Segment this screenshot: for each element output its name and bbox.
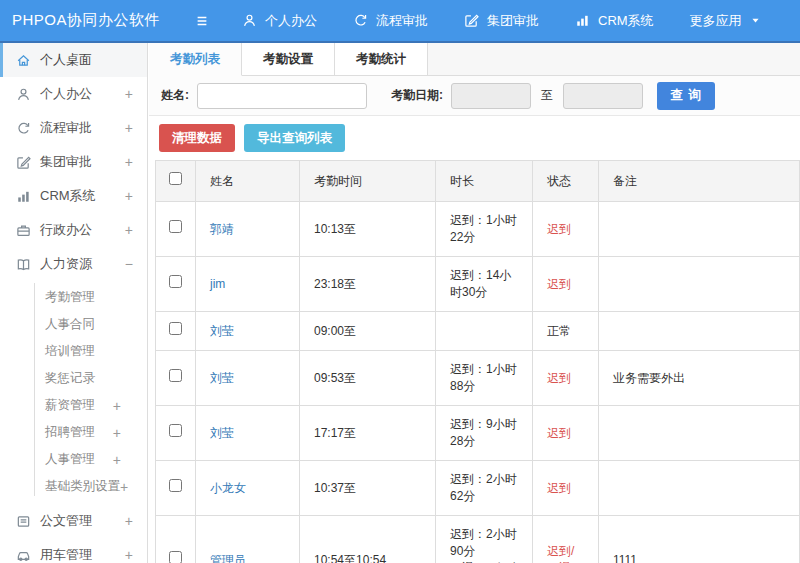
- sidebar-subitem-personnel-mgmt[interactable]: 人事管理 +: [0, 446, 147, 473]
- col-header-remark: 备注: [599, 161, 800, 202]
- expand-plus-icon[interactable]: +: [125, 547, 133, 563]
- attendance-time-cell: 10:37至: [300, 461, 436, 516]
- row-checkbox[interactable]: [169, 369, 182, 382]
- col-header-status: 状态: [533, 161, 599, 202]
- sidebar-item-personal-desktop[interactable]: 个人桌面: [0, 43, 147, 77]
- tab-attendance-stats[interactable]: 考勤统计: [335, 43, 428, 75]
- export-list-button[interactable]: 导出查询列表: [244, 124, 345, 152]
- expand-plus-icon[interactable]: +: [113, 398, 121, 414]
- employee-name-link[interactable]: 小龙女: [210, 481, 246, 495]
- user-icon: [16, 87, 31, 102]
- expand-plus-icon[interactable]: +: [120, 479, 128, 495]
- sidebar-subitem-base-category-settings[interactable]: 基础类别设置 +: [0, 473, 147, 500]
- sidebar-item-label: 公文管理: [40, 512, 125, 530]
- top-nav-group-approval[interactable]: 集团审批: [464, 12, 539, 30]
- sidebar-item-label: 集团审批: [40, 153, 125, 171]
- status-cell: 迟到: [533, 351, 599, 406]
- attendance-time-cell: 09:00至: [300, 312, 436, 351]
- sidebar-item-label: 人力资源: [40, 255, 125, 273]
- table-row: 刘莹 09:00至 正常: [156, 312, 800, 351]
- sidebar-item-workflow-approval[interactable]: 流程审批 +: [0, 111, 147, 145]
- top-nav-more-apps[interactable]: 更多应用: [690, 12, 761, 30]
- top-nav-item-label: 流程审批: [376, 12, 428, 30]
- expand-plus-icon[interactable]: +: [125, 154, 133, 170]
- row-checkbox[interactable]: [169, 275, 182, 288]
- employee-name-link[interactable]: 管理员: [210, 553, 246, 563]
- duration-cell: 迟到：2小时90分早退：7小时10分: [436, 516, 533, 563]
- attendance-time-cell: 23:18至: [300, 257, 436, 312]
- top-header: PHPOA协同办公软件 个人办公 流程审批 集团审批 CRM系统 更多应用: [0, 0, 800, 43]
- flow-icon: [353, 13, 368, 28]
- sidebar-subitem-reward-punishment[interactable]: 奖惩记录: [0, 365, 147, 392]
- table-row: 郭靖 10:13至 迟到：1小时22分 迟到: [156, 202, 800, 257]
- collapse-minus-icon[interactable]: −: [125, 256, 133, 272]
- top-nav-crm-system[interactable]: CRM系统: [575, 12, 654, 30]
- sidebar-subitem-recruitment-mgmt[interactable]: 招聘管理 +: [0, 419, 147, 446]
- expand-plus-icon[interactable]: +: [113, 452, 121, 468]
- expand-plus-icon[interactable]: +: [113, 425, 121, 441]
- remark-cell: [599, 461, 800, 516]
- employee-name-link[interactable]: 郭靖: [210, 222, 234, 236]
- table-row: jim 23:18至 迟到：14小时30分 迟到: [156, 257, 800, 312]
- expand-plus-icon[interactable]: +: [125, 188, 133, 204]
- doc-icon: [16, 514, 31, 529]
- status-cell: 迟到/早退: [533, 516, 599, 563]
- date-to-input[interactable]: [563, 83, 643, 109]
- sidebar-item-label: 流程审批: [40, 119, 125, 137]
- sidebar-item-admin-office[interactable]: 行政办公 +: [0, 213, 147, 247]
- duration-cell: 迟到：2小时62分: [436, 461, 533, 516]
- table-row: 管理员 10:54至10:54 迟到：2小时90分早退：7小时10分 迟到/早退…: [156, 516, 800, 563]
- table-header-row: 姓名 考勤时间 时长 状态 备注: [156, 161, 800, 202]
- status-cell: 迟到: [533, 406, 599, 461]
- employee-name-link[interactable]: jim: [210, 277, 225, 291]
- tab-attendance-list[interactable]: 考勤列表: [149, 43, 242, 76]
- table-wrap: 姓名 考勤时间 时长 状态 备注 郭靖 10:13至 迟到：1小时22分 迟到 …: [149, 160, 800, 563]
- sidebar-subitem-attendance-mgmt[interactable]: 考勤管理: [0, 284, 147, 311]
- row-checkbox[interactable]: [169, 551, 182, 563]
- name-filter-label: 姓名:: [161, 87, 189, 104]
- tab-attendance-settings[interactable]: 考勤设置: [242, 43, 335, 75]
- sidebar-item-personal-office[interactable]: 个人办公 +: [0, 77, 147, 111]
- car-icon: [16, 548, 31, 563]
- sidebar-subitem-hr-contract[interactable]: 人事合同: [0, 311, 147, 338]
- edit-icon: [16, 155, 31, 170]
- sidebar-item-label: 个人桌面: [40, 51, 133, 69]
- expand-plus-icon[interactable]: +: [125, 513, 133, 529]
- top-nav-personal-office[interactable]: 个人办公: [242, 12, 317, 30]
- expand-plus-icon[interactable]: +: [125, 222, 133, 238]
- sidebar-item-crm-system[interactable]: CRM系统 +: [0, 179, 147, 213]
- date-range-to-label: 至: [541, 87, 553, 104]
- sidebar-item-group-approval[interactable]: 集团审批 +: [0, 145, 147, 179]
- name-filter-input[interactable]: [197, 83, 367, 109]
- remark-cell: [599, 202, 800, 257]
- sidebar-subitem-label: 招聘管理: [45, 424, 113, 441]
- top-nav-item-label: CRM系统: [598, 12, 654, 30]
- employee-name-link[interactable]: 刘莹: [210, 426, 234, 440]
- top-nav-workflow-approval[interactable]: 流程审批: [353, 12, 428, 30]
- employee-name-link[interactable]: 刘莹: [210, 371, 234, 385]
- select-all-checkbox[interactable]: [169, 172, 182, 185]
- sidebar-subitem-label: 人事管理: [45, 451, 113, 468]
- row-checkbox[interactable]: [169, 479, 182, 492]
- sidebar-item-human-resources[interactable]: 人力资源 −: [0, 247, 147, 281]
- expand-plus-icon[interactable]: +: [125, 120, 133, 136]
- expand-plus-icon[interactable]: +: [125, 86, 133, 102]
- top-nav-item-label: 集团审批: [487, 12, 539, 30]
- date-from-input[interactable]: [451, 83, 531, 109]
- sidebar-item-document-mgmt[interactable]: 公文管理 +: [0, 504, 147, 538]
- chart-icon: [16, 189, 31, 204]
- hamburger-icon[interactable]: [194, 14, 210, 28]
- sidebar-subitem-training-mgmt[interactable]: 培训管理: [0, 338, 147, 365]
- col-header-time: 考勤时间: [300, 161, 436, 202]
- sidebar-subitem-salary-mgmt[interactable]: 薪资管理 +: [0, 392, 147, 419]
- clear-data-button[interactable]: 清理数据: [159, 124, 235, 152]
- book-icon: [16, 257, 31, 272]
- row-checkbox[interactable]: [169, 424, 182, 437]
- sidebar-item-vehicle-mgmt[interactable]: 用车管理 +: [0, 538, 147, 563]
- row-checkbox[interactable]: [169, 220, 182, 233]
- row-checkbox[interactable]: [169, 322, 182, 335]
- search-button[interactable]: 查 询: [657, 82, 715, 110]
- attendance-time-cell: 17:17至: [300, 406, 436, 461]
- remark-cell: [599, 312, 800, 351]
- employee-name-link[interactable]: 刘莹: [210, 324, 234, 338]
